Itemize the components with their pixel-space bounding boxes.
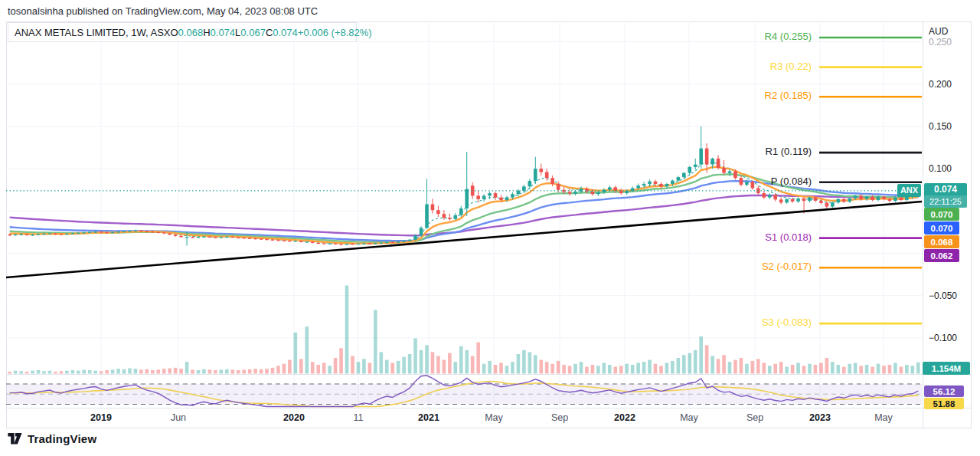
volume-layer [8, 286, 920, 374]
pivot-label-s2: S2 (-0.017) [743, 261, 812, 272]
rsi-value-badge: 51.88 [924, 398, 964, 409]
price-axis-label: 0.250 [929, 37, 952, 48]
pivot-lines-layer [819, 38, 922, 323]
time-axis-label-2020: 2020 [271, 412, 317, 423]
legend-high-value: 0.074 [211, 27, 236, 38]
time-axis-label-2021: 2021 [406, 412, 452, 423]
price-axis-label: −0.100 [929, 333, 957, 343]
tradingview-logo[interactable]: TradingView [8, 432, 96, 445]
time-axis-scale-area[interactable] [7, 408, 923, 428]
pivot-label-p: P (0.084) [743, 176, 812, 187]
pivot-label-s1: S1 (0.018) [743, 231, 812, 243]
time-axis-label-jun: Jun [155, 412, 201, 423]
legend-close-label: C [266, 27, 273, 38]
ma-value-badge: 0.068 [924, 235, 959, 248]
time-axis-divider [6, 408, 972, 408]
legend-open-label: O [170, 27, 178, 38]
pivot-label-s3: S3 (-0.083) [743, 317, 812, 328]
time-axis-label-may: May [666, 412, 712, 423]
pivot-label-r3: R3 (0.22) [743, 61, 812, 72]
legend-change-value: +0.006 (+8.82%) [298, 27, 372, 38]
rsi-layer [6, 376, 922, 407]
time-axis-label-may: May [861, 412, 906, 423]
pane-divider [6, 374, 972, 375]
rsi-value-badge: 56.12 [924, 385, 964, 397]
legend-high-label: H [203, 27, 210, 38]
volume-value-badge: 1.154M [923, 362, 970, 375]
last-price-badge: 0.07422:11:25 [924, 183, 967, 208]
legend-open-value: 0.068 [178, 27, 204, 38]
pivot-label-r2: R2 (0.185) [743, 90, 812, 101]
last-price-value: 0.074 [934, 183, 957, 195]
time-axis-label-sep: Sep [732, 412, 778, 423]
time-axis-label-sep: Sep [537, 412, 583, 423]
legend-low-value: 0.067 [240, 27, 266, 38]
symbol-tag-badge: ANX [897, 184, 921, 197]
price-axis-label: 0.150 [929, 121, 952, 132]
ma-value-badge: 0.062 [924, 249, 959, 262]
pivot-label-r4: R4 (0.255) [743, 31, 812, 42]
time-axis-label-may: May [471, 412, 517, 423]
bar-countdown: 22:11:25 [924, 195, 967, 208]
time-axis-label-11: 11 [335, 412, 381, 423]
price-axis-label: 0.100 [929, 163, 952, 174]
pivot-label-r1: R1 (0.119) [743, 146, 812, 157]
ma-value-badge: 0.070 [924, 208, 959, 221]
legend-close-value: 0.074 [273, 27, 298, 38]
price-axis-currency: AUD [929, 26, 948, 37]
price-axis-label: −0.050 [929, 290, 957, 301]
ma-value-badge: 0.070 [924, 221, 959, 235]
legend-title: ANAX METALS LIMITED, 1W, ASX [15, 27, 170, 38]
legend[interactable]: ANAX METALS LIMITED, 1W, ASX O0.068 H0.0… [8, 22, 357, 42]
time-axis-label-2019: 2019 [78, 412, 124, 423]
tradingview-logo-text: TradingView [28, 432, 96, 445]
time-axis-label-2023: 2023 [797, 412, 843, 423]
time-axis-label-2022: 2022 [602, 412, 648, 423]
tradingview-snapshot: { "attribution": "tosonalsinha published… [0, 0, 980, 456]
price-axis-label: 0.200 [929, 79, 952, 90]
chart-canvas[interactable] [6, 21, 923, 408]
attribution-text: tosonalsinha published on TradingView.co… [8, 5, 318, 17]
tradingview-logo-icon [8, 432, 22, 445]
legend-low-label: L [235, 27, 240, 38]
